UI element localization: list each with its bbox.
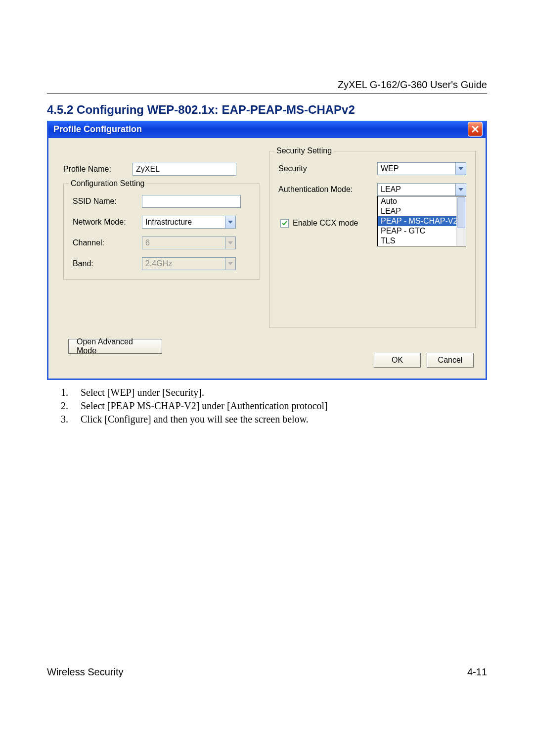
configuration-setting-group: Configuration Setting SSID Name: Network… [63,184,260,280]
chevron-down-icon [455,163,466,175]
profile-config-dialog: Profile Configuration Profile Name: Conf… [47,121,487,380]
channel-label: Channel: [73,238,142,247]
svg-marker-2 [228,262,233,265]
config-group-legend: Configuration Setting [69,179,146,188]
instruction-item: 2.Select [PEAP MS-CHAP-V2] under [Authen… [61,400,487,412]
auth-mode-option[interactable]: PEAP - MS-CHAP-V2 [378,216,466,226]
instruction-item: 1.Select [WEP] under [Security]. [61,387,487,398]
svg-marker-3 [458,167,463,170]
chevron-down-icon [225,258,235,270]
dialog-title: Profile Configuration [53,124,468,135]
network-mode-label: Network Mode: [73,218,142,227]
band-value: 2.4GHz [142,258,225,270]
network-mode-value: Infrastructure [142,216,225,228]
security-setting-group: Security Setting Security WEP Authentica… [269,151,476,328]
security-label: Security [278,164,377,173]
footer-right: 4-11 [467,666,487,678]
instructions-list: 1.Select [WEP] under [Security].2.Select… [61,387,487,425]
network-mode-combo[interactable]: Infrastructure [142,216,236,229]
security-group-legend: Security Setting [274,146,334,155]
auth-mode-option[interactable]: Auto [378,196,466,206]
auth-mode-value: LEAP [378,184,455,195]
ssid-label: SSID Name: [73,197,142,206]
svg-marker-4 [458,188,463,191]
close-icon [471,125,479,133]
close-button[interactable] [468,122,483,137]
band-label: Band: [73,259,142,268]
profile-name-label: Profile Name: [63,165,133,174]
auth-mode-label: Authentication Mode: [278,185,377,194]
instruction-item: 3.Click [Configure] and then you will se… [61,414,487,425]
enable-ccx-label: Enable CCX mode [293,219,358,228]
svg-marker-0 [228,221,233,224]
scrollbar-thumb[interactable] [457,197,465,228]
chevron-down-icon [455,184,466,195]
section-heading: 4.5.2 Configuring WEP-802.1x: EAP-PEAP-M… [47,103,487,117]
doc-header: ZyXEL G-162/G-360 User's Guide [47,79,487,94]
ssid-input[interactable] [142,195,241,208]
enable-ccx-checkbox[interactable] [280,219,289,228]
channel-combo: 6 [142,236,236,249]
auth-mode-option[interactable]: PEAP - GTC [378,226,466,236]
auth-mode-option[interactable]: LEAP [378,206,466,216]
profile-name-input[interactable] [133,163,236,176]
band-combo: 2.4GHz [142,257,236,270]
chevron-down-icon [225,237,235,249]
auth-mode-combo[interactable]: LEAP [377,183,466,196]
scrollbar-track[interactable] [456,196,466,246]
auth-mode-option[interactable]: TLS [378,236,466,246]
ok-button[interactable]: OK [374,353,421,368]
channel-value: 6 [142,237,225,249]
auth-mode-dropdown-list[interactable]: AutoLEAPPEAP - MS-CHAP-V2PEAP - GTCTLS [377,196,466,246]
svg-marker-1 [228,241,233,244]
chevron-down-icon [225,216,235,228]
check-icon [282,221,287,226]
security-value: WEP [378,163,455,175]
security-combo[interactable]: WEP [377,162,466,175]
open-advanced-mode-button[interactable]: Open Advanced Mode [68,339,162,354]
title-bar: Profile Configuration [48,121,486,138]
cancel-button[interactable]: Cancel [427,353,474,368]
footer-left: Wireless Security [47,666,123,678]
